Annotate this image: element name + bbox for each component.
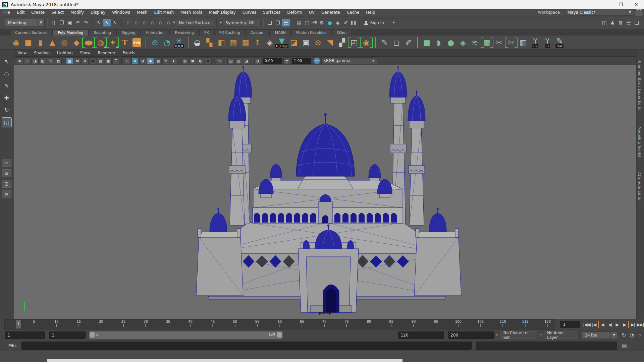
uv-layout-icon[interactable]: ▥ xyxy=(518,37,529,48)
sidebar-tab-channel-box-layer-editor[interactable]: Channel Box / Layer Editor xyxy=(637,59,643,114)
uv-spherical-icon[interactable]: ● xyxy=(445,37,457,48)
character-set-select[interactable]: No Character Set xyxy=(500,331,538,339)
workspace-select[interactable]: Maya Classic* xyxy=(565,9,627,16)
move-tool[interactable]: ✚ xyxy=(2,93,11,103)
playback-end-field[interactable]: 120 xyxy=(398,331,444,339)
timeline-tick-5[interactable]: 5 xyxy=(33,320,35,327)
separate-icon[interactable]: ▚ xyxy=(204,37,215,48)
bridge-icon[interactable]: ▣ xyxy=(300,37,312,48)
shelf-tab-custom[interactable]: Custom xyxy=(246,29,270,36)
contrast-toggle-icon[interactable]: ◓ xyxy=(283,57,290,64)
paint-effects-icon[interactable]: ✐ xyxy=(342,19,350,26)
sign-in-button[interactable]: Sign In ▼ xyxy=(362,18,398,27)
shelf-tab-fx-caching[interactable]: FX Caching xyxy=(214,29,245,36)
range-start-handle[interactable] xyxy=(90,332,95,338)
timeline-tick-95[interactable]: 95 xyxy=(434,320,438,327)
timeline-tick-30[interactable]: 30 xyxy=(144,320,148,327)
color-management-toggle[interactable]: ON xyxy=(313,57,320,64)
timeline-tick-55[interactable]: 55 xyxy=(255,320,260,327)
duplicate-face-icon[interactable]: ▞ xyxy=(336,37,348,48)
menu-mesh-tools[interactable]: Mesh Tools xyxy=(177,10,206,15)
shelf-tab-sculpting[interactable]: Sculpting xyxy=(89,29,116,36)
scale-tool[interactable]: ◱ xyxy=(2,117,12,127)
range-slider-bar[interactable]: 1 120 xyxy=(89,331,282,339)
current-frame-indicator[interactable]: 1 xyxy=(16,320,21,328)
playback-loop-icon[interactable]: ↻ xyxy=(620,331,628,339)
edit-edge-flow-icon[interactable]: ◻ xyxy=(391,37,402,48)
cp-axis-icon[interactable]: YCP xyxy=(530,37,541,48)
snapshot-icon[interactable]: ◪ xyxy=(243,57,250,64)
timeline-tick-105[interactable]: 105 xyxy=(477,320,484,327)
output-operations-icon[interactable]: ❒ xyxy=(274,19,282,26)
panel-menu-renderer[interactable]: Renderer xyxy=(94,51,119,55)
step-back-key-button[interactable]: ◀ xyxy=(598,321,606,328)
isolate-select-icon[interactable]: ↖ xyxy=(216,57,223,64)
open-scene-icon[interactable]: ❐ xyxy=(58,19,66,26)
timeline-tick-25[interactable]: 25 xyxy=(121,320,126,327)
timeline-tick-100[interactable]: 100 xyxy=(455,320,462,327)
multi-cut-box-icon[interactable]: ◰ xyxy=(348,37,360,48)
shelf-tab-animation[interactable]: Animation xyxy=(141,29,170,36)
layout-two-pane[interactable]: ◫ xyxy=(2,180,11,188)
reduce-icon[interactable]: ▩ xyxy=(240,37,251,48)
channel-box-toggle-icon[interactable]: ❏ xyxy=(633,19,641,26)
poly-plane-icon[interactable]: ◆ xyxy=(71,37,82,48)
default-lighting-icon[interactable]: ◍ xyxy=(181,57,189,64)
resolution-gate-icon[interactable]: ◈ xyxy=(82,57,89,64)
delete-history-icon[interactable]: ◔ xyxy=(161,37,173,48)
menu-windows[interactable]: Windows xyxy=(109,10,133,15)
script-editor-icon[interactable]: ▤ xyxy=(621,342,629,349)
symmetry-arrow-icon[interactable]: ▼ xyxy=(220,21,222,24)
shelf-tab-poly-modeling[interactable]: Poly Modeling xyxy=(53,29,89,36)
extrude-icon[interactable]: ↥ xyxy=(252,37,263,48)
step-forward-key-button[interactable]: ▶ xyxy=(621,321,629,328)
range-end-handle[interactable] xyxy=(277,332,282,338)
go-to-start-button[interactable]: |◀◀ xyxy=(583,321,590,328)
exposure-field[interactable]: 0.00 xyxy=(263,58,282,64)
camera-film-icon[interactable]: ▪ xyxy=(16,57,23,64)
grid-toggle-icon[interactable]: ▦ xyxy=(66,57,73,64)
live-surface-field[interactable]: No Live Surface xyxy=(176,19,214,26)
flip-icon[interactable]: ◥ xyxy=(324,37,336,48)
timeline-tick-35[interactable]: 35 xyxy=(166,320,170,327)
camera-lock-icon[interactable]: ◨ xyxy=(32,57,39,64)
command-grip[interactable] xyxy=(1,341,4,350)
freeze-transformations-icon[interactable]: ✳0,0,0 xyxy=(173,37,185,48)
paint-select-tool[interactable]: ✎ xyxy=(2,81,11,90)
menu-help[interactable]: Help xyxy=(363,10,378,15)
help-grip[interactable] xyxy=(1,353,4,362)
ipr-render-icon[interactable]: IPR xyxy=(311,19,318,26)
construction-history-icon[interactable]: ☰ xyxy=(282,19,290,26)
fps-select[interactable]: 24 fps xyxy=(582,331,611,339)
input-operations-icon[interactable]: ❑ xyxy=(266,19,274,26)
play-backwards-button[interactable]: ◀ xyxy=(606,321,613,328)
field-chart-icon[interactable]: ▩ xyxy=(97,57,104,64)
poly-cylinder-icon[interactable]: ▮ xyxy=(35,37,46,48)
crease-tool-icon[interactable]: ✎ xyxy=(379,37,390,48)
snap-to-curve-icon[interactable]: ∩ xyxy=(132,19,140,26)
textured-icon[interactable]: ◈ xyxy=(147,57,154,64)
maximize-button[interactable]: ❐ xyxy=(613,0,629,9)
menu-mesh[interactable]: Mesh xyxy=(133,10,151,15)
command-language-label[interactable]: MEL xyxy=(8,343,17,348)
svg-tool-icon[interactable]: svg xyxy=(131,37,143,48)
shelf-tab-mash[interactable]: MASH xyxy=(270,29,291,36)
shelf-tab-curves-surfaces[interactable]: Curves / Surfaces xyxy=(10,29,53,36)
perspective-viewport[interactable]: ViewShadingLightingShowRendererPanels ▪▫… xyxy=(14,50,636,319)
gamma-field[interactable]: 1.00 xyxy=(292,58,311,64)
menu-edit-mesh[interactable]: Edit Mesh xyxy=(151,10,177,15)
layout-four-pane[interactable]: ▦ xyxy=(2,169,11,177)
timeslider-grip[interactable] xyxy=(1,320,2,329)
safe-title-icon[interactable]: T xyxy=(112,57,119,64)
panel-menu-view[interactable]: View xyxy=(14,51,30,55)
poly-superellipse-icon[interactable]: ✦ xyxy=(107,37,118,48)
poly-type-icon[interactable]: T xyxy=(119,37,130,48)
uv-editor-icon[interactable]: ▦ xyxy=(481,37,493,48)
exposure-toggle-icon[interactable]: ◑ xyxy=(254,57,261,64)
workspace-arrow-icon[interactable]: ▼ xyxy=(627,9,633,16)
range-grip[interactable] xyxy=(1,331,4,340)
hypershade-icon[interactable]: ● xyxy=(326,19,334,26)
menu-set-arrow-icon[interactable]: ▼ xyxy=(37,19,45,27)
animation-end-field[interactable]: 200 xyxy=(448,331,494,339)
timeline-tick-115[interactable]: 115 xyxy=(522,320,528,327)
